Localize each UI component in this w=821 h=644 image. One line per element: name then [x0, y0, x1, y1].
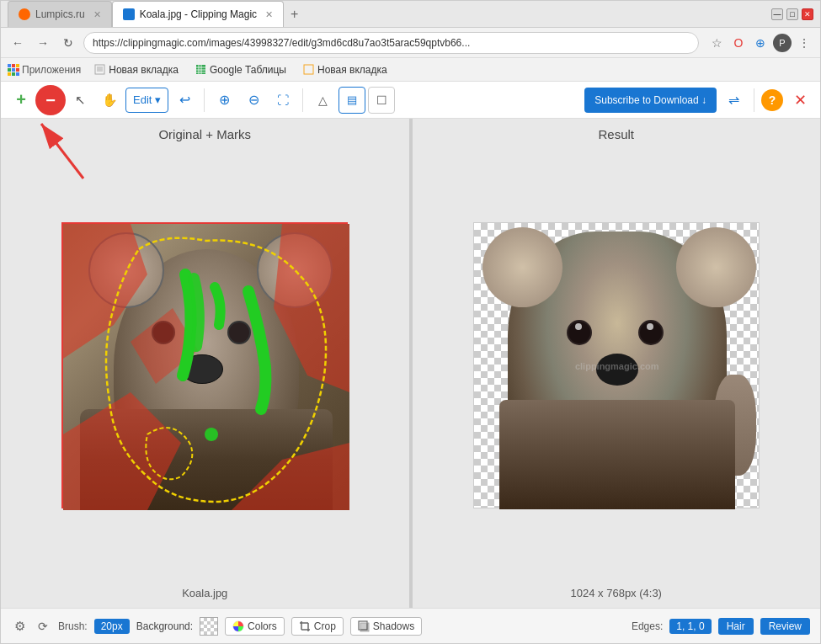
svg-rect-19 — [304, 65, 313, 74]
background-swatch[interactable] — [200, 617, 218, 636]
background-label: Background: — [136, 620, 193, 632]
red-marks-overlay — [63, 224, 349, 510]
new-tab-button[interactable]: + — [284, 1, 305, 27]
svg-point-22 — [205, 428, 218, 441]
bookmark-new-tab-2[interactable]: Новая вкладка — [300, 62, 391, 77]
crop-button[interactable]: Crop — [291, 617, 344, 636]
svg-rect-4 — [12, 68, 15, 72]
result-ear-left — [482, 227, 562, 307]
apps-icon — [8, 64, 19, 76]
svg-rect-3 — [8, 68, 11, 72]
result-eye-highlight-right — [647, 323, 653, 330]
sheets-icon — [195, 64, 206, 75]
help-button[interactable]: ? — [761, 89, 783, 111]
tab-label-clipping: Koala.jpg - Clipping Magic — [140, 8, 257, 20]
forward-button[interactable]: → — [33, 33, 53, 53]
add-button[interactable]: + — [8, 87, 35, 114]
address-input[interactable] — [83, 32, 699, 54]
vpn-icon[interactable]: ⊕ — [751, 34, 770, 52]
result-image-wrapper: clippingmagic.com — [473, 222, 760, 508]
window-controls: — □ ✕ — [771, 8, 813, 20]
result-eye-highlight-left — [575, 323, 582, 330]
result-label: 1024 x 768px (4:3) — [571, 587, 662, 599]
original-label: Koala.jpg — [182, 587, 227, 599]
original-image-wrapper — [61, 222, 348, 508]
help-icon: ? — [769, 93, 776, 107]
tab-favicon-clipping — [123, 8, 135, 20]
result-body — [499, 400, 735, 509]
separator-2 — [302, 88, 303, 112]
tab-label-lumpics: Lumpics.ru — [35, 8, 85, 20]
back-button[interactable]: ← — [8, 33, 28, 53]
adjust-button-1[interactable]: △ — [309, 87, 336, 114]
remove-button[interactable]: − — [37, 87, 64, 114]
menu-icon[interactable]: ⋮ — [795, 34, 813, 52]
close-icon: ✕ — [794, 91, 807, 109]
edit-label: Edit ▾ — [133, 93, 161, 106]
hair-button[interactable]: Hair — [718, 618, 754, 635]
brush-label: Brush: — [58, 620, 88, 632]
app-area: + − ↖ ✋ Edit ▾ ↩ ⊕ ⊖ ⛶ — [1, 82, 820, 643]
opera-icon[interactable]: O — [729, 34, 748, 52]
settings-icon[interactable]: ⚙ — [11, 618, 28, 635]
adjust-button-2[interactable]: ▤ — [339, 87, 365, 114]
svg-rect-2 — [16, 64, 19, 67]
minimize-button[interactable]: — — [771, 8, 783, 20]
tab-close-clipping[interactable]: ✕ — [265, 9, 273, 20]
tab-lumpics[interactable]: Lumpics.ru ✕ — [8, 1, 112, 27]
original-panel: Original + Marks — [1, 119, 409, 608]
zoom-in-button[interactable]: ⊕ — [211, 87, 237, 114]
svg-rect-6 — [8, 72, 11, 76]
shadows-label: Shadows — [373, 620, 414, 632]
title-bar: Lumpics.ru ✕ Koala.jpg - Clipping Magic … — [1, 1, 820, 28]
subscribe-label: Subscribe to Download ↓ — [594, 94, 706, 106]
result-title: Result — [598, 127, 634, 141]
profile-icon[interactable]: P — [773, 34, 792, 52]
undo-button[interactable]: ↩ — [171, 87, 198, 114]
bookmark-google-sheets[interactable]: Google Таблицы — [192, 62, 290, 77]
hand-tool[interactable]: ✋ — [96, 87, 123, 114]
colors-icon — [232, 620, 244, 632]
result-image-container[interactable]: clippingmagic.com — [421, 148, 813, 582]
tab-close-lumpics[interactable]: ✕ — [93, 9, 101, 20]
apps-button[interactable]: Приложения — [8, 64, 81, 76]
toolbar-left: + − ↖ ✋ Edit ▾ ↩ ⊕ ⊖ ⛶ — [8, 87, 581, 114]
colors-button[interactable]: Colors — [225, 617, 285, 636]
brush-value[interactable]: 20px — [94, 619, 130, 634]
fit-button[interactable]: ⛶ — [269, 87, 296, 114]
review-button[interactable]: Review — [760, 618, 810, 635]
refresh-button[interactable]: ↻ — [58, 33, 78, 53]
history-icon[interactable]: ⟳ — [35, 618, 51, 635]
svg-rect-1 — [12, 64, 15, 67]
address-icons: ☆ O ⊕ P ⋮ — [707, 34, 813, 52]
share-button[interactable]: ⇌ — [720, 87, 747, 114]
original-title: Original + Marks — [158, 127, 251, 141]
subscribe-download-button[interactable]: Subscribe to Download ↓ — [584, 88, 717, 113]
original-image-container[interactable] — [9, 148, 401, 582]
page-icon-2 — [303, 64, 314, 75]
bookmark-label-1: Новая вкладка — [109, 64, 179, 76]
arrow-tool[interactable]: ↖ — [67, 87, 93, 114]
zoom-out-button[interactable]: ⊖ — [240, 87, 267, 114]
tab-bar: Lumpics.ru ✕ Koala.jpg - Clipping Magic … — [8, 1, 765, 27]
apps-label: Приложения — [22, 64, 81, 76]
close-button[interactable]: ✕ — [802, 8, 813, 20]
maximize-button[interactable]: □ — [786, 8, 798, 20]
bookmark-new-tab-1[interactable]: Новая вкладка — [91, 62, 182, 77]
crop-label: Crop — [314, 620, 336, 632]
result-panel: Result — [413, 119, 821, 608]
tab-favicon-lumpics — [19, 8, 30, 20]
svg-rect-8 — [16, 72, 19, 76]
tab-clipping[interactable]: Koala.jpg - Clipping Magic ✕ — [112, 1, 284, 27]
close-app-button[interactable]: ✕ — [786, 87, 813, 114]
shadows-button[interactable]: Shadows — [350, 617, 422, 636]
separator-3 — [754, 88, 754, 112]
adjust-button-3[interactable]: ☐ — [368, 87, 395, 114]
bottom-bar: ⚙ ⟳ Brush: 20px Background: Colors — [1, 608, 820, 643]
edges-value[interactable]: 1, 1, 0 — [669, 619, 711, 634]
bookmark-icon[interactable]: ☆ — [707, 34, 726, 52]
separator-1 — [204, 88, 205, 112]
app-toolbar: + − ↖ ✋ Edit ▾ ↩ ⊕ ⊖ ⛶ — [1, 82, 820, 119]
colors-label: Colors — [248, 620, 277, 632]
edit-dropdown[interactable]: Edit ▾ — [125, 88, 168, 113]
